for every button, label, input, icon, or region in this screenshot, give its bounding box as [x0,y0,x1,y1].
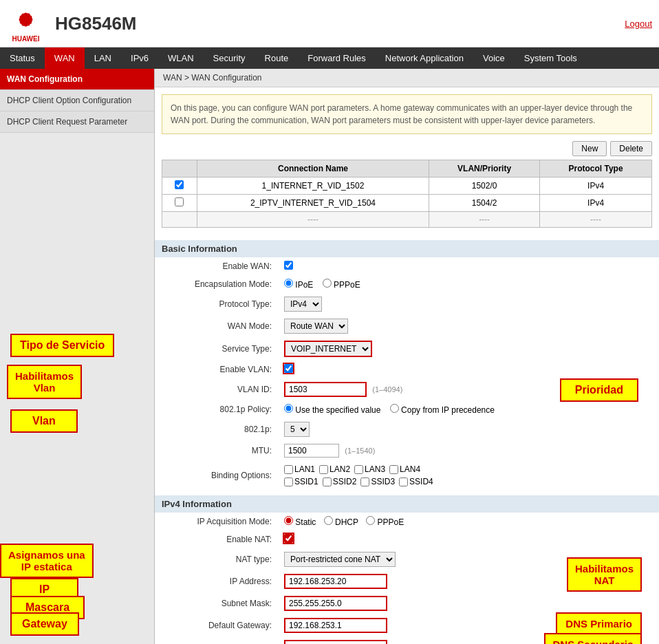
table-buttons: New Delete [162,141,652,156]
sidebar-item-dhcp-option[interactable]: DHCP Client Option Configuration [0,90,154,111]
sidebar-item-wan-config[interactable]: WAN Configuration [0,69,154,90]
annotation-asignamos-ip: Asignamos unaIP estatica [0,544,94,578]
table-cell-check [162,195,197,212]
form-row-ip-acquisition: IP Acquisition Mode: Static DHCP PPPoE [155,513,659,530]
ssid1-checkbox[interactable] [284,477,293,486]
nav-voice[interactable]: Voice [473,47,515,69]
pppoe-radio[interactable] [323,279,332,288]
primary-dns-label: Primary DNS Server: [155,636,279,644]
table-header-protocol: Protocol Type [540,160,652,178]
enable-wan-label: Enable WAN: [155,257,279,275]
nav-security[interactable]: Security [204,47,255,69]
table-row: 1_INTERNET_R_VID_1502 1502/0 IPv4 [162,178,652,195]
service-type-select[interactable]: VOIP_INTERNET [284,341,372,357]
ip-acquisition-value: Static DHCP PPPoE [279,513,659,530]
row2-checkbox[interactable] [175,197,184,206]
ipoE-radio[interactable] [284,279,293,288]
subnet-mask-input[interactable] [284,596,387,611]
ip-address-label: IP Address: [155,570,279,592]
brand-label: HUAWEI [12,35,40,43]
delete-button[interactable]: Delete [610,141,652,156]
lan4-checkbox[interactable] [389,465,398,474]
logout-button[interactable]: Logout [625,19,652,29]
nav-forward-rules[interactable]: Forward Rules [298,47,376,69]
basic-info-form: Enable WAN: Encapsulation Mode: IPoE PPP… [155,257,659,490]
table-header-check [162,160,197,178]
wan-mode-value: Route WAN [279,315,659,337]
form-row-802-1p: 802.1p: 5 [155,418,659,440]
nav-bar: Status WAN LAN IPv6 WLAN Security Route … [0,47,659,69]
primary-dns-input[interactable] [284,640,387,644]
binding-label: Binding Options: [155,461,279,490]
table-cell-dash: ---- [197,212,429,228]
table-cell-protocol: IPv4 [540,178,652,195]
annotation-dns-primario: DNS Primario [556,612,642,635]
binding-value: LAN1 LAN2 LAN3 LAN4 SSID1 SSID2 SSID3 SS… [279,461,659,490]
service-type-value: VOIP_INTERNET [279,337,659,361]
breadcrumb: WAN > WAN Configuration [155,69,659,87]
vlan-id-input[interactable] [284,382,367,397]
form-row-subnet-mask: Subnet Mask: [155,592,659,614]
annotation-habilitamos-vlan: HabilitamosVlan [7,365,82,399]
vlan-id-label: VLAN ID: [155,378,279,400]
802-policy-value: Use the specified value Copy from IP pre… [279,400,659,418]
nav-lan[interactable]: LAN [85,47,121,69]
table-header-vlan: VLAN/Priority [429,160,540,178]
enable-vlan-checkbox[interactable] [284,364,293,373]
nav-network-application[interactable]: Network Application [376,47,473,69]
lan3-checkbox[interactable] [354,465,363,474]
enable-wan-checkbox[interactable] [284,261,293,270]
lan1-checkbox[interactable] [284,465,293,474]
nav-wan[interactable]: WAN [45,47,85,69]
nav-system-tools[interactable]: System Tools [515,47,587,69]
sidebar-item-dhcp-request[interactable]: DHCP Client Request Parameter [0,111,154,133]
form-row-encapsulation: Encapsulation Mode: IPoE PPPoE [155,275,659,293]
nat-type-select[interactable]: Port-restricted cone NAT [284,552,396,567]
protocol-type-label: Protocol Type: [155,293,279,315]
table-cell-dash: ---- [429,212,540,228]
nav-ipv6[interactable]: IPv6 [121,47,158,69]
binding-ssid-group: SSID1 SSID2 SSID3 SSID4 [284,477,653,486]
row1-checkbox[interactable] [175,180,184,189]
802-1p-label: 802.1p: [155,418,279,440]
ip-address-input[interactable] [284,574,387,589]
logo: HUAWEI [7,4,45,43]
enable-nat-value [279,530,659,548]
form-row-service-type: Service Type: VOIP_INTERNET [155,337,659,361]
dhcp-radio[interactable] [324,516,333,525]
default-gateway-input[interactable] [284,618,387,633]
mtu-input[interactable] [284,444,339,458]
ipv4-info-title: IPv4 Information [155,495,659,513]
protocol-type-select[interactable]: IPv4 [284,297,322,312]
nav-status[interactable]: Status [0,47,45,69]
ssid4-checkbox[interactable] [399,477,408,486]
copy-from-ip-radio[interactable] [390,404,399,413]
protocol-type-value: IPv4 [279,293,659,315]
binding-lan-group: LAN1 LAN2 LAN3 LAN4 [284,464,653,474]
copy-from-ip-option: Copy from IP precedence [390,405,495,415]
nav-route[interactable]: Route [255,47,299,69]
new-button[interactable]: New [572,141,607,156]
pppoe-acq-radio[interactable] [366,516,375,525]
wan-mode-select[interactable]: Route WAN [284,319,348,334]
lan2-checkbox[interactable] [319,465,328,474]
annotation-vlan: Vlan [10,409,78,433]
ssid2-checkbox[interactable] [323,477,332,486]
802-1p-select[interactable]: 5 [284,422,310,437]
table-header-connection-name: Connection Name [197,160,429,178]
mtu-value: (1–1540) [279,440,659,461]
enable-nat-checkbox[interactable] [284,534,293,543]
use-specified-radio[interactable] [284,404,293,413]
table-cell-protocol: IPv4 [540,195,652,212]
form-row-mtu: MTU: (1–1540) [155,440,659,461]
static-radio[interactable] [284,516,293,525]
ssid3-checkbox[interactable] [360,477,369,486]
annotation-habilitamos-nat: HabilitamosNAT [567,557,642,592]
service-type-label: Service Type: [155,337,279,361]
nat-type-label: NAT type: [155,548,279,570]
enable-vlan-value [279,361,659,378]
nav-wlan[interactable]: WLAN [158,47,204,69]
encapsulation-value: IPoE PPPoE [279,275,659,293]
content-area: WAN > WAN Configuration On this page, yo… [155,69,659,644]
subnet-mask-label: Subnet Mask: [155,592,279,614]
